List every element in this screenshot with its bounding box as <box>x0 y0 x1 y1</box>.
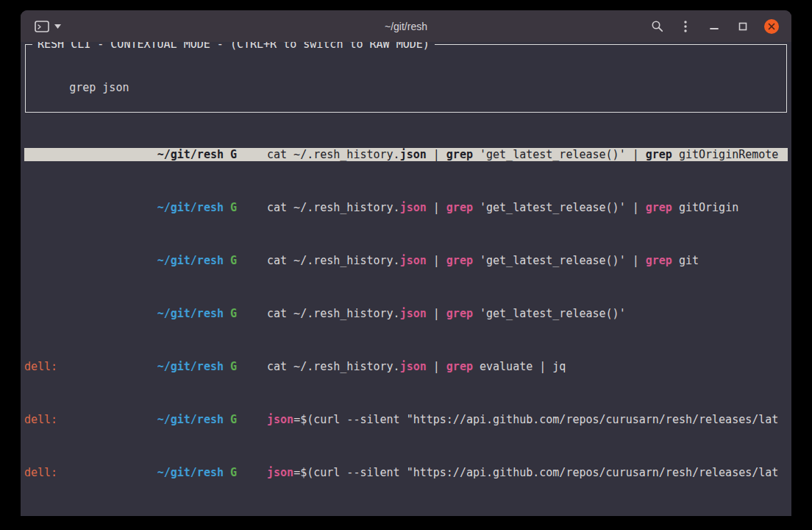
history-row[interactable]: dell:~/git/resh G json=$(curl --silent "… <box>24 413 788 426</box>
minimize-button[interactable] <box>705 17 724 36</box>
search-icon <box>651 20 663 32</box>
command-text: cat ~/.resh_history.json | grep 'get_lat… <box>267 254 788 267</box>
command-text: json=$(curl --silent "https://api.github… <box>267 413 788 426</box>
terminal-content: RESH CLI - CONTEXTUAL MODE - (CTRL+R to … <box>21 42 791 516</box>
resh-mode-title: RESH CLI - CONTEXTUAL MODE - (CTRL+R to … <box>32 42 435 51</box>
status-flags: G <box>230 413 267 426</box>
host-label: dell: <box>24 360 57 373</box>
status-flags: G <box>230 254 267 267</box>
directory-label: ~/git/resh <box>157 466 224 479</box>
history-row[interactable]: dell:~/git/resh G json=$(curl --silent "… <box>24 466 788 479</box>
history-row[interactable]: dell:~/git/resh G cat ~/.resh_history.js… <box>24 360 788 373</box>
history-row[interactable]: ~/git/resh G cat ~/.resh_history.json | … <box>24 254 788 267</box>
history-row[interactable]: ~/git/resh G cat ~/.resh_history.json | … <box>24 148 788 161</box>
command-text: cat ~/.resh_history.json | grep 'get_lat… <box>267 201 788 214</box>
search-query-input[interactable]: grep json <box>69 81 129 94</box>
history-row[interactable]: ~/git/resh G cat ~/.resh_history.json | … <box>24 201 788 214</box>
restore-icon <box>738 22 747 31</box>
directory-label: ~/git/resh <box>157 413 224 426</box>
history-list: ~/git/resh G cat ~/.resh_history.json | … <box>24 121 788 516</box>
command-text: cat ~/.resh_history.json | grep evaluate… <box>267 360 788 373</box>
menu-button[interactable] <box>676 17 695 36</box>
restore-button[interactable] <box>733 17 752 36</box>
kebab-menu-icon <box>684 21 687 32</box>
status-flags: G <box>230 360 267 373</box>
status-flags: G <box>230 148 267 161</box>
status-flags: G <box>230 201 267 214</box>
command-text: cat ~/.resh_history.json | grep 'get_lat… <box>267 148 788 161</box>
directory-label: ~/git/resh <box>157 360 224 373</box>
host-label: dell: <box>24 466 57 479</box>
minimize-icon <box>710 22 719 31</box>
search-button[interactable] <box>647 17 666 36</box>
host-label: dell: <box>24 413 57 426</box>
chevron-down-icon <box>54 24 61 29</box>
command-text: cat ~/.resh_history.json | grep 'get_lat… <box>267 307 788 320</box>
titlebar: ~/git/resh <box>21 10 791 42</box>
terminal-window: ~/git/resh <box>21 10 791 516</box>
history-row[interactable]: ~/git/resh G cat ~/.resh_history.json | … <box>24 307 788 320</box>
close-icon <box>764 19 779 34</box>
command-text: json=$(curl --silent "https://api.github… <box>267 466 788 479</box>
status-flags: G <box>230 466 267 479</box>
directory-label: ~/git/resh <box>157 254 224 267</box>
directory-label: ~/git/resh <box>157 307 224 320</box>
close-button[interactable] <box>762 17 781 36</box>
terminal-icon <box>35 21 49 32</box>
resh-search-box: RESH CLI - CONTEXTUAL MODE - (CTRL+R to … <box>25 44 787 113</box>
status-flags: G <box>230 307 267 320</box>
new-terminal-button[interactable] <box>31 18 65 35</box>
directory-label: ~/git/resh <box>157 201 224 214</box>
directory-label: ~/git/resh <box>157 148 224 161</box>
